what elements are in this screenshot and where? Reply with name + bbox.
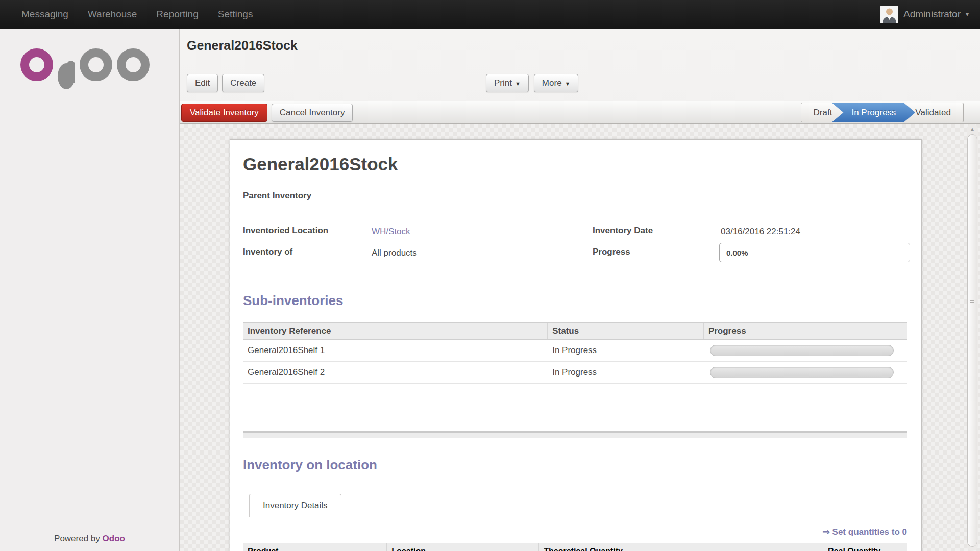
sub-inventories-header: Inventory Reference Status Progress — [243, 322, 907, 340]
left-sidebar: Powered by Odoo — [0, 29, 180, 551]
col-location: Location — [387, 543, 539, 551]
col-inventory-reference: Inventory Reference — [243, 323, 548, 339]
odoo-logo — [20, 48, 150, 81]
inventory-of-label: Inventory of — [243, 247, 292, 257]
inventoried-location-value[interactable]: WH/Stock — [372, 227, 410, 237]
col-progress: Progress — [704, 323, 907, 339]
row-reference: General2016Shelf 2 — [243, 367, 548, 378]
tab-inventory-details[interactable]: Inventory Details — [249, 494, 341, 517]
cancel-inventory-button[interactable]: Cancel Inventory — [272, 104, 353, 122]
scrollbar-thumb[interactable] — [967, 134, 977, 547]
logo-o3 — [117, 48, 150, 81]
table-row[interactable]: General2016Shelf 2 In Progress — [243, 362, 907, 384]
col-real-quantity: Real Quantity — [823, 543, 907, 551]
state-progress-widget: Draft In Progress Validated — [801, 103, 964, 122]
col-product: Product — [243, 543, 387, 551]
state-in-progress[interactable]: In Progress — [832, 103, 915, 122]
notebook-tabs: Inventory Details — [230, 494, 921, 517]
odoo-brand-link[interactable]: Odoo — [103, 534, 125, 543]
inventory-details-table: Product Location Theoretical Quantity Re… — [243, 543, 907, 551]
menu-item-messaging[interactable]: Messaging — [21, 9, 68, 20]
inventory-on-location-heading: Inventory on location — [243, 457, 377, 473]
more-dropdown-button[interactable]: More▼ — [534, 74, 579, 92]
field-separator — [364, 221, 364, 270]
table-row[interactable]: General2016Shelf 1 In Progress — [243, 340, 907, 362]
chevron-down-icon: ▼ — [565, 81, 571, 87]
powered-by: Powered by Odoo — [0, 534, 179, 544]
user-name: Administrator — [903, 9, 961, 20]
row-progress-bar — [710, 367, 894, 378]
menu-item-warehouse[interactable]: Warehouse — [88, 9, 137, 20]
scroll-up-icon[interactable]: ▲ — [967, 126, 978, 132]
main-area: General2016Stock Edit Create Print▼ More… — [180, 29, 980, 551]
main-menu: Messaging Warehouse Reporting Settings — [0, 9, 253, 20]
print-dropdown-button[interactable]: Print▼ — [486, 74, 529, 92]
record-title: General2016Stock — [243, 154, 398, 174]
col-status: Status — [548, 323, 704, 339]
menu-item-settings[interactable]: Settings — [218, 9, 253, 20]
list-footer-divider — [243, 433, 907, 438]
user-menu[interactable]: Administrator ▾ — [880, 6, 980, 23]
record-buttons: Edit Create — [187, 74, 264, 92]
chevron-down-icon: ▾ — [966, 11, 969, 18]
inventory-date-label: Inventory Date — [593, 226, 653, 236]
odoo-app-window: Messaging Warehouse Reporting Settings A… — [0, 0, 980, 551]
logo-o2 — [80, 48, 112, 81]
field-separator — [364, 183, 364, 210]
inventory-date-value: 03/16/2016 22:51:24 — [721, 227, 800, 237]
progress-label: Progress — [593, 247, 630, 257]
vertical-scrollbar[interactable]: ▲ — [967, 124, 978, 551]
set-quantities-to-zero-link[interactable]: ⇒ Set quantities to 0 — [823, 527, 907, 537]
field-separator — [718, 221, 718, 270]
inventory-of-value: All products — [372, 248, 417, 258]
validate-inventory-button[interactable]: Validate Inventory — [181, 104, 267, 122]
menu-item-reporting[interactable]: Reporting — [156, 9, 198, 20]
edit-button[interactable]: Edit — [187, 74, 218, 92]
page-title: General2016Stock — [187, 38, 298, 53]
row-status: In Progress — [548, 367, 704, 378]
col-theoretical-quantity: Theoretical Quantity — [539, 543, 823, 551]
progress-bar: 0.00% — [719, 243, 910, 262]
logo-d — [58, 72, 75, 81]
row-progress-bar — [710, 345, 894, 356]
sub-inventories-heading: Sub-inventories — [243, 293, 343, 309]
sub-inventories-table: Inventory Reference Status Progress Gene… — [243, 322, 907, 384]
action-buttons: Print▼ More▼ — [486, 74, 578, 92]
user-avatar — [880, 6, 898, 23]
form-content-area: General2016Stock Parent Inventory Invent… — [180, 124, 980, 551]
form-statusbar: Validate Inventory Cancel Inventory Draf… — [180, 101, 980, 124]
form-sheet: General2016Stock Parent Inventory Invent… — [230, 139, 922, 551]
row-reference: General2016Shelf 1 — [243, 345, 548, 356]
inventory-details-header: Product Location Theoretical Quantity Re… — [243, 543, 907, 551]
progress-value: 0.00% — [720, 248, 748, 257]
chevron-down-icon: ▼ — [515, 81, 521, 87]
create-button[interactable]: Create — [222, 74, 264, 92]
row-status: In Progress — [548, 345, 704, 356]
inventoried-location-label: Inventoried Location — [243, 226, 328, 236]
parent-inventory-label: Parent Inventory — [243, 191, 311, 201]
top-nav-bar: Messaging Warehouse Reporting Settings A… — [0, 0, 980, 29]
logo-o1 — [20, 48, 53, 81]
